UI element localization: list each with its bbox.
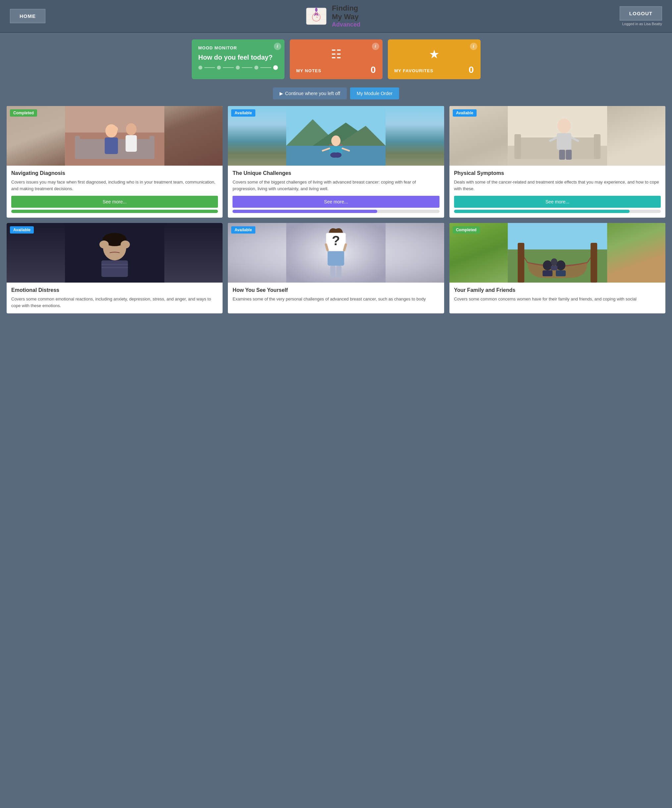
mood-line-3 bbox=[242, 67, 253, 68]
yourself-desc: Examines some of the very personal chall… bbox=[232, 296, 439, 309]
mood-dot-4[interactable] bbox=[254, 65, 258, 70]
modules-grid: Completed Navigating Diagnosis Covers is… bbox=[0, 106, 672, 323]
notes-info-icon[interactable]: i bbox=[372, 43, 379, 50]
emotional-title: Emotional Distress bbox=[11, 287, 218, 293]
family-title: Your Family and Friends bbox=[454, 287, 661, 293]
continue-button[interactable]: ▶ Continue where you left off bbox=[273, 87, 347, 99]
svg-rect-39 bbox=[559, 150, 565, 160]
action-bar: ▶ Continue where you left off My Module … bbox=[0, 86, 672, 106]
unique-desc: Covers some of the biggest challenges of… bbox=[232, 179, 439, 192]
nav-diag-body: Navigating Diagnosis Covers issues you m… bbox=[7, 166, 223, 218]
unique-btn[interactable]: See more... bbox=[232, 196, 439, 208]
module-card-nav-diag: Completed Navigating Diagnosis Covers is… bbox=[7, 106, 223, 218]
emotional-body: Emotional Distress Covers some common em… bbox=[7, 282, 223, 314]
mood-dot-3[interactable] bbox=[236, 65, 240, 70]
card-image-nav-diag: Completed bbox=[7, 106, 223, 166]
yourself-image: ? bbox=[228, 223, 444, 282]
favourites-count: 0 bbox=[469, 65, 474, 75]
favourites-label: MY FAVOURITES bbox=[394, 68, 434, 73]
physical-desc: Deals with some of the cancer-related an… bbox=[454, 179, 661, 192]
module-card-emotional: Available Emotional Distress Covers some… bbox=[7, 223, 223, 314]
svg-point-24 bbox=[331, 135, 340, 146]
logo-icon bbox=[305, 5, 328, 28]
nav-diag-badge: Completed bbox=[10, 109, 37, 117]
logout-button[interactable]: LOGOUT bbox=[620, 6, 662, 20]
emotional-desc: Covers some common emotional reactions, … bbox=[11, 296, 218, 309]
svg-point-16 bbox=[126, 123, 137, 135]
yourself-body: How You See Yourself Examines some of th… bbox=[228, 282, 444, 314]
card-image-physical: Available bbox=[449, 106, 665, 166]
family-image bbox=[449, 223, 665, 282]
unique-progress-fill bbox=[232, 210, 377, 213]
physical-title: Physical Symptoms bbox=[454, 170, 661, 176]
yourself-title: How You See Yourself bbox=[232, 287, 439, 293]
logo-area: Finding My Way Advanced bbox=[305, 4, 360, 28]
svg-rect-34 bbox=[594, 134, 600, 159]
mood-question: How do you feel today? bbox=[198, 53, 278, 61]
mood-dot-2[interactable] bbox=[217, 65, 221, 70]
svg-rect-62 bbox=[518, 243, 524, 282]
nav-diag-progress bbox=[11, 210, 218, 213]
family-desc: Covers some common concerns women have f… bbox=[454, 296, 661, 309]
card-image-yourself: ? Available bbox=[228, 223, 444, 282]
mood-dot-5[interactable] bbox=[273, 65, 278, 70]
home-button[interactable]: HOME bbox=[10, 9, 45, 23]
svg-rect-12 bbox=[149, 136, 154, 159]
favourites-star-icon: ★ bbox=[394, 47, 474, 61]
svg-text:?: ? bbox=[332, 233, 340, 248]
svg-rect-63 bbox=[590, 243, 597, 282]
emotional-badge: Available bbox=[10, 226, 34, 234]
mood-monitor-widget[interactable]: MOOD MONITOR i How do you feel today? bbox=[192, 39, 285, 79]
svg-point-66 bbox=[556, 260, 565, 270]
nav-diag-image bbox=[7, 106, 223, 166]
notes-label: MY NOTES bbox=[297, 68, 322, 73]
svg-point-15 bbox=[110, 126, 118, 132]
physical-badge: Available bbox=[453, 109, 477, 117]
physical-progress-fill bbox=[454, 210, 630, 213]
play-icon: ▶ bbox=[280, 91, 283, 96]
yourself-badge: Available bbox=[231, 226, 255, 234]
svg-point-47 bbox=[99, 240, 108, 249]
mood-info-icon[interactable]: i bbox=[274, 43, 281, 50]
module-card-family: Completed Your Family and Friends Covers… bbox=[449, 223, 665, 314]
nav-diag-desc: Covers issues you may face when first di… bbox=[11, 179, 218, 192]
svg-rect-14 bbox=[105, 137, 118, 154]
widgets-row: MOOD MONITOR i How do you feel today? i … bbox=[0, 33, 672, 86]
mood-monitor-label: MOOD MONITOR bbox=[198, 45, 237, 50]
unique-progress bbox=[232, 210, 439, 213]
svg-point-48 bbox=[120, 240, 130, 249]
mood-dot-1[interactable] bbox=[198, 65, 202, 70]
card-image-family: Completed bbox=[449, 223, 665, 282]
module-order-button[interactable]: My Module Order bbox=[350, 87, 399, 99]
notes-icon: ☷ bbox=[297, 47, 376, 61]
unique-badge: Available bbox=[231, 109, 255, 117]
favourites-info-icon[interactable]: i bbox=[470, 43, 477, 50]
nav-diag-progress-fill bbox=[11, 210, 218, 213]
nav-diag-btn[interactable]: See more... bbox=[11, 196, 218, 208]
family-body: Your Family and Friends Covers some comm… bbox=[449, 282, 665, 314]
logo-text: Finding My Way Advanced bbox=[332, 4, 360, 28]
my-favourites-widget[interactable]: i ★ MY FAVOURITES 0 bbox=[388, 39, 480, 79]
svg-point-35 bbox=[557, 119, 571, 133]
physical-progress bbox=[454, 210, 661, 213]
svg-rect-17 bbox=[125, 135, 137, 152]
physical-image bbox=[449, 106, 665, 166]
svg-rect-57 bbox=[336, 266, 342, 277]
svg-rect-36 bbox=[557, 133, 571, 150]
module-card-yourself: ? Available How You See Yourself Examine… bbox=[228, 223, 444, 314]
nav-diag-title: Navigating Diagnosis bbox=[11, 170, 218, 176]
unique-image bbox=[228, 106, 444, 166]
family-badge: Completed bbox=[453, 226, 480, 234]
unique-body: The Unique Challenges Covers some of the… bbox=[228, 166, 444, 218]
my-notes-widget[interactable]: i ☷ MY NOTES 0 bbox=[290, 39, 382, 79]
emotional-image bbox=[7, 223, 223, 282]
module-card-unique: Available The Unique Challenges Covers s… bbox=[228, 106, 444, 218]
unique-title: The Unique Challenges bbox=[232, 170, 439, 176]
physical-btn[interactable]: See more... bbox=[454, 196, 661, 208]
svg-point-64 bbox=[543, 260, 552, 270]
mood-dots bbox=[198, 65, 278, 70]
card-image-unique: Available bbox=[228, 106, 444, 166]
svg-line-55 bbox=[344, 244, 346, 250]
svg-rect-65 bbox=[542, 270, 552, 276]
notes-count: 0 bbox=[370, 65, 376, 75]
